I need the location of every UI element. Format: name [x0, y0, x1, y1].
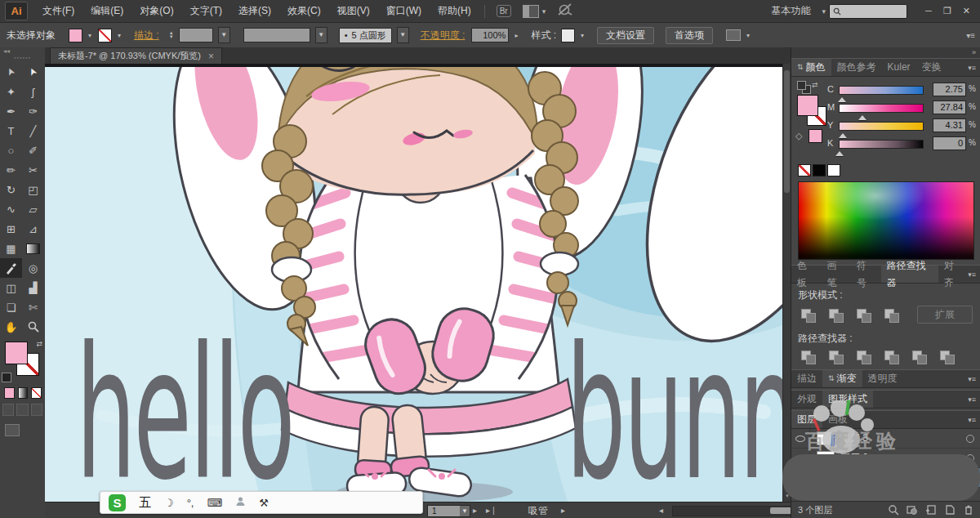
crop-button[interactable]: [883, 349, 901, 364]
width-tool[interactable]: ∿: [0, 199, 22, 219]
cyan-value-field[interactable]: 2.75: [933, 83, 966, 96]
menu-object[interactable]: 对象(O): [131, 0, 181, 22]
swap-fill-stroke-icon[interactable]: ⇄: [812, 81, 818, 89]
hand-tool[interactable]: ✋: [0, 317, 22, 337]
blend-tool[interactable]: ◎: [22, 258, 44, 278]
merge-button[interactable]: [855, 349, 873, 364]
menu-effect[interactable]: 效果(C): [279, 0, 329, 22]
tab-swatches[interactable]: 色板: [791, 266, 822, 283]
panel-menu-icon[interactable]: ▾≡: [968, 64, 980, 72]
magenta-value-field[interactable]: 27.84: [933, 100, 966, 114]
next-artboard-icon[interactable]: ▸: [473, 502, 477, 518]
workspace-switcher[interactable]: 基本功能: [772, 4, 811, 18]
gradient-tool[interactable]: [22, 239, 44, 258]
expand-button[interactable]: 扩展: [917, 306, 973, 324]
panel-grip[interactable]: ▪▪▪▪▪▪: [0, 56, 45, 62]
chevron-down-icon[interactable]: ▾: [822, 7, 826, 16]
wrench-icon[interactable]: ⚒: [259, 497, 269, 509]
outline-button[interactable]: [911, 349, 929, 364]
lasso-tool[interactable]: ʃ: [22, 82, 44, 101]
magic-wand-tool[interactable]: ✦: [0, 82, 22, 101]
minus-front-button[interactable]: [827, 307, 845, 323]
scale-tool[interactable]: ◰: [22, 180, 44, 199]
chevron-down-icon[interactable]: ▼: [315, 27, 327, 43]
chevron-down-icon[interactable]: ▼: [218, 27, 230, 43]
pencil-tool[interactable]: ✏: [0, 160, 22, 180]
minus-back-button[interactable]: [938, 349, 956, 364]
new-sublayer-icon[interactable]: [925, 504, 937, 516]
search-input[interactable]: [829, 4, 907, 19]
chevron-down-icon[interactable]: ▾: [542, 7, 546, 16]
punctuation-icon[interactable]: °,: [187, 497, 194, 509]
black-swatch[interactable]: [813, 164, 826, 176]
screen-mode-button[interactable]: [5, 424, 20, 436]
chevron-down-icon[interactable]: ▾: [118, 32, 121, 39]
divide-button[interactable]: [800, 349, 817, 364]
tab-color[interactable]: ⇅颜色: [791, 59, 831, 76]
artboard-navigation-field[interactable]: 1▼: [427, 505, 470, 517]
artboard-tool[interactable]: ❏: [0, 297, 22, 317]
unite-button[interactable]: [800, 307, 817, 323]
stroke-weight-stepper[interactable]: ▲▼: [169, 31, 174, 39]
last-color-swatch[interactable]: [808, 129, 822, 143]
cs-live-icon[interactable]: [557, 3, 573, 19]
document-setup-button[interactable]: 文档设置: [597, 27, 654, 44]
color-button[interactable]: [4, 387, 15, 399]
slice-tool[interactable]: ✄: [22, 297, 44, 317]
yellow-slider-track[interactable]: [839, 122, 924, 131]
ime-mode-label[interactable]: 五: [139, 495, 151, 511]
style-swatch[interactable]: [561, 29, 575, 42]
keyboard-icon[interactable]: ⌨: [207, 497, 222, 509]
moon-icon[interactable]: ☽: [164, 497, 174, 509]
sogou-logo[interactable]: S: [109, 494, 126, 511]
panel-menu-icon[interactable]: ▾≡: [966, 31, 975, 40]
selection-tool[interactable]: ➤: [0, 62, 22, 82]
tab-transparency[interactable]: 透明度: [862, 370, 903, 387]
menu-window[interactable]: 窗口(W): [378, 0, 430, 22]
ellipse-tool[interactable]: ○: [0, 141, 22, 160]
default-fill-stroke-icon[interactable]: [2, 373, 11, 382]
scissors-tool[interactable]: ✂: [22, 160, 44, 180]
menu-help[interactable]: 帮助(H): [430, 0, 479, 22]
menu-select[interactable]: 选择(S): [230, 0, 279, 22]
none-swatch[interactable]: [798, 164, 811, 176]
rotate-tool[interactable]: ↻: [0, 180, 22, 199]
tab-symbols[interactable]: 符号: [851, 266, 881, 283]
yellow-value-field[interactable]: 4.31: [933, 118, 966, 132]
panel-menu-icon[interactable]: ▾≡: [968, 395, 980, 404]
bridge-button[interactable]: Br: [497, 5, 511, 17]
white-swatch[interactable]: [827, 164, 840, 176]
black-value-field[interactable]: 0: [933, 136, 966, 150]
new-layer-icon[interactable]: [944, 504, 956, 516]
stroke-panel-link[interactable]: 描边 :: [134, 29, 159, 42]
stroke-weight-field[interactable]: [179, 28, 213, 42]
collapse-dock-icon[interactable]: »: [791, 47, 980, 58]
mesh-tool[interactable]: ▦: [0, 239, 22, 258]
type-tool[interactable]: T: [0, 121, 22, 141]
menu-file[interactable]: 文件(F): [34, 0, 82, 22]
brush-definition-field[interactable]: • 5 点圆形: [339, 28, 392, 43]
tab-align[interactable]: 对齐: [938, 266, 969, 283]
direct-selection-tool[interactable]: ➤: [22, 62, 44, 82]
draw-behind-button[interactable]: [16, 404, 28, 416]
menu-type[interactable]: 文字(T): [182, 0, 230, 22]
panel-menu-icon[interactable]: ▾≡: [968, 270, 980, 279]
scrollbar-thumb[interactable]: [784, 70, 790, 193]
zoom-tool[interactable]: [22, 317, 44, 337]
chevron-down-icon[interactable]: ▾: [581, 32, 584, 39]
draw-inside-button[interactable]: [31, 404, 42, 416]
gradient-button[interactable]: [18, 387, 29, 399]
tab-gradient[interactable]: ⇅渐变: [822, 370, 862, 387]
pen-tool[interactable]: ✒: [0, 101, 22, 121]
intersect-button[interactable]: [855, 307, 873, 323]
web-colors-cube-icon[interactable]: ◇: [795, 131, 802, 141]
column-graph-tool[interactable]: ▟: [22, 278, 44, 297]
width-profile-field[interactable]: [243, 28, 310, 42]
line-segment-tool[interactable]: ╱: [22, 121, 44, 141]
preferences-button[interactable]: 首选项: [666, 27, 713, 44]
artboard-options-icon[interactable]: [726, 29, 741, 41]
close-button[interactable]: ✕: [963, 6, 970, 16]
tab-pathfinder[interactable]: 路径查找器: [881, 266, 938, 283]
opacity-link[interactable]: 不透明度 :: [421, 29, 466, 42]
menu-edit[interactable]: 编辑(E): [82, 0, 131, 22]
